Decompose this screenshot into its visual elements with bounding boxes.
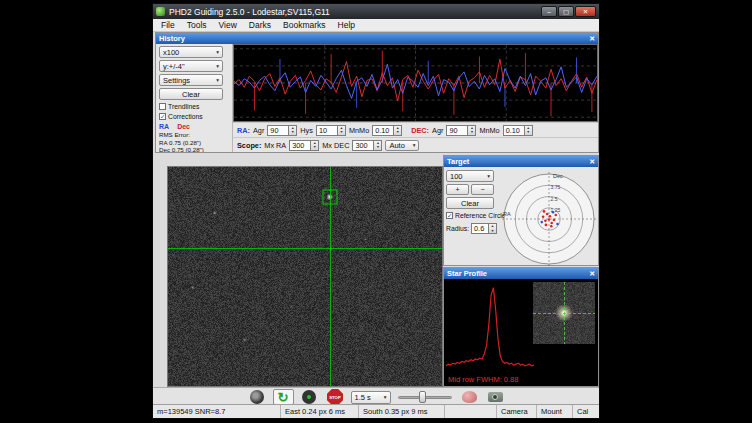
svg-text:Dec: Dec (553, 173, 563, 179)
south-correction-readout: South 0.35 px 9 ms (359, 405, 445, 418)
trendlines-checkbox[interactable]: Trendlines (159, 102, 230, 111)
screen-stretch-slider[interactable] (396, 389, 454, 405)
corrections-checkbox[interactable]: ✓ Corrections (159, 112, 230, 121)
spinner-arrows-icon[interactable]: ▲▼ (394, 125, 402, 136)
trendlines-label: Trendlines (168, 103, 199, 110)
close-icon[interactable]: ✕ (589, 156, 595, 167)
corrections-label: Corrections (168, 113, 203, 120)
radius-value: 0.6 (471, 223, 489, 234)
camera-status: Camera (497, 405, 537, 418)
cal-status: Cal (573, 405, 599, 418)
y-scale-dropdown[interactable]: y:+/-4" ▾ (159, 60, 223, 72)
advanced-settings-button[interactable] (459, 389, 480, 405)
menu-tools[interactable]: Tools (181, 19, 213, 32)
mount-status: Mount (537, 405, 573, 418)
spinner-arrows-icon[interactable]: ▲▼ (525, 125, 533, 136)
chevron-down-icon: ▾ (384, 394, 387, 400)
close-icon[interactable]: ✕ (589, 268, 595, 279)
close-button[interactable]: ✕ (575, 6, 596, 17)
menu-help[interactable]: Help (332, 19, 361, 32)
rms-dec: Dec 0.75 (0.28") (159, 147, 230, 152)
ra-minmove-label: MnMo (349, 126, 369, 135)
x-scale-value: x100 (163, 48, 179, 57)
max-ra-spinner[interactable]: 300 ▲▼ (289, 140, 319, 151)
target-bullseye-plot: 1.252.53.75DecRA (500, 170, 598, 268)
checkbox-checked-icon: ✓ (446, 212, 453, 219)
history-panel: History ✕ x100 ▾ y:+/-4" ▾ Settings ▾ Cl… (155, 32, 599, 153)
stop-button[interactable]: STOP (325, 389, 346, 405)
target-zoom-out-button[interactable]: − (471, 184, 494, 195)
guide-algo-params-row: RA: Agr 90 ▲▼ Hys 10 ▲▼ MnMo 0.10 ▲▼ (233, 122, 598, 137)
spinner-arrows-icon[interactable]: ▲▼ (489, 223, 497, 234)
chevron-down-icon: ▾ (216, 77, 219, 83)
ra-minmove-spinner[interactable]: 0.10 ▲▼ (372, 125, 402, 136)
connect-equipment-button[interactable] (247, 389, 268, 405)
guide-button[interactable] (299, 389, 320, 405)
target-zoom-value: 100 (450, 172, 463, 181)
settings-value: Settings (163, 76, 190, 85)
x-scale-dropdown[interactable]: x100 ▾ (159, 46, 223, 58)
dec-guide-mode-value: Auto (389, 141, 404, 150)
dec-guide-mode-dropdown[interactable]: Auto ▾ (385, 140, 419, 151)
scope-label: Scope: (237, 141, 261, 150)
history-panel-header[interactable]: History ✕ (156, 33, 598, 44)
exposure-value: 1.5 s (355, 393, 371, 402)
dec-aggression-value: 90 (446, 125, 468, 136)
guide-camera-canvas[interactable] (168, 167, 442, 386)
ra-aggression-spinner[interactable]: 90 ▲▼ (267, 125, 297, 136)
minimize-button[interactable]: – (541, 6, 557, 17)
rms-ra: RA 0.75 (0.28") (159, 140, 230, 147)
titlebar[interactable]: PHD2 Guiding 2.5.0 - Lodestar,SV115,G11 … (153, 4, 599, 19)
menu-file[interactable]: File (155, 19, 181, 32)
menubar: File Tools View Darks Bookmarks Help (153, 19, 599, 32)
menu-darks[interactable]: Darks (243, 19, 277, 32)
lock-crosshair-horizontal (168, 248, 442, 249)
target-panel-title: Target (447, 157, 469, 166)
menu-bookmarks[interactable]: Bookmarks (277, 19, 332, 32)
spinner-arrows-icon[interactable]: ▲▼ (311, 140, 319, 151)
loop-exposures-button[interactable]: ↻ (273, 389, 294, 405)
hysteresis-value: 10 (316, 125, 338, 136)
radius-spinner[interactable]: 0.6 ▲▼ (471, 223, 497, 234)
guide-camera-view[interactable] (167, 166, 443, 387)
guiding-graph (233, 44, 598, 122)
star-profile-panel: Star Profile ✕ Mid row FWHM: 0.88 (443, 267, 599, 387)
target-panel-header[interactable]: Target ✕ (444, 156, 598, 167)
loop-arrows-icon: ↻ (278, 391, 289, 404)
svg-text:2.5: 2.5 (551, 196, 558, 202)
svg-text:3.75: 3.75 (551, 184, 561, 190)
spinner-arrows-icon[interactable]: ▲▼ (289, 125, 297, 136)
window-title: PHD2 Guiding 2.5.0 - Lodestar,SV115,G11 (169, 7, 330, 17)
menu-view[interactable]: View (213, 19, 243, 32)
target-zoom-dropdown[interactable]: 100 ▾ (446, 170, 494, 182)
settings-dropdown[interactable]: Settings ▾ (159, 74, 223, 86)
reference-circle-checkbox[interactable]: ✓ Reference Circle (446, 211, 500, 220)
target-zoom-in-button[interactable]: + (446, 184, 469, 195)
clear-target-button[interactable]: Clear (446, 197, 494, 209)
ra-legend: RA (159, 123, 169, 130)
spinner-arrows-icon[interactable]: ▲▼ (468, 125, 476, 136)
checkbox-icon (159, 103, 166, 110)
dec-minmove-spinner[interactable]: 0.10 ▲▼ (503, 125, 533, 136)
spinner-arrows-icon[interactable]: ▲▼ (338, 125, 346, 136)
east-correction-readout: East 0.24 px 6 ms (281, 405, 359, 418)
y-scale-value: y:+/-4" (163, 62, 185, 71)
camera-icon (488, 392, 503, 402)
clear-history-button[interactable]: Clear (159, 88, 223, 100)
star-profile-panel-title: Star Profile (447, 269, 487, 278)
slider-thumb[interactable] (419, 391, 426, 403)
hysteresis-label: Hys (300, 126, 313, 135)
star-profile-panel-header[interactable]: Star Profile ✕ (444, 268, 598, 279)
hysteresis-spinner[interactable]: 10 ▲▼ (316, 125, 346, 136)
spinner-arrows-icon[interactable]: ▲▼ (374, 140, 382, 151)
star-profile-body: Mid row FWHM: 0.88 (444, 279, 598, 386)
fwhm-readout: Mid row FWHM: 0.88 (448, 375, 518, 384)
close-icon[interactable]: ✕ (589, 33, 595, 44)
dec-aggression-spinner[interactable]: 90 ▲▼ (446, 125, 476, 136)
star-thumbnail (533, 282, 595, 344)
camera-properties-button[interactable] (485, 389, 506, 405)
dec-aggression-label: Agr (432, 126, 443, 135)
max-dec-spinner[interactable]: 300 ▲▼ (352, 140, 382, 151)
maximize-button[interactable]: ▢ (558, 6, 574, 17)
exposure-dropdown[interactable]: 1.5 s ▾ (351, 391, 391, 404)
